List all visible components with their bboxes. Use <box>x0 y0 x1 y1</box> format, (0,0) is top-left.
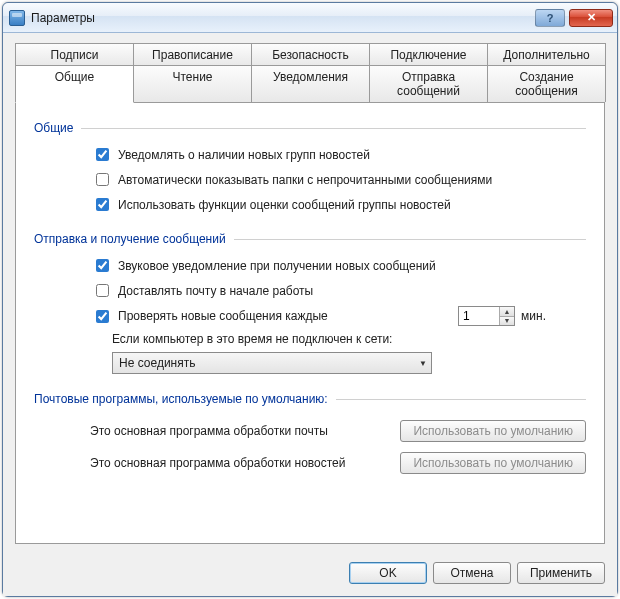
default-news-row: Это основная программа обработки новосте… <box>90 452 586 474</box>
apply-button[interactable]: Применить <box>517 562 605 584</box>
group-header-sendrecv: Отправка и получение сообщений <box>34 232 586 246</box>
default-mail-label: Это основная программа обработки почты <box>90 424 386 438</box>
divider <box>81 128 586 129</box>
window-title: Параметры <box>31 11 535 25</box>
group-title-sendrecv: Отправка и получение сообщений <box>34 232 226 246</box>
chk-use-rating[interactable] <box>96 198 109 211</box>
opt-check-every: Проверять новые сообщения каждые ▲ ▼ мин… <box>92 306 586 326</box>
divider <box>336 399 586 400</box>
dialog-content: Подписи Правописание Безопасность Подклю… <box>3 33 617 554</box>
cancel-button[interactable]: Отмена <box>433 562 511 584</box>
tab-signatures[interactable]: Подписи <box>15 43 134 66</box>
check-interval-wrap: ▲ ▼ мин. <box>458 306 546 326</box>
tab-send[interactable]: Отправка сообщений <box>369 65 488 102</box>
offline-combo-value: Не соединять <box>119 356 195 370</box>
close-button[interactable]: ✕ <box>569 9 613 27</box>
general-options: Уведомлять о наличии новых групп новосте… <box>92 145 586 214</box>
tab-connection[interactable]: Подключение <box>369 43 488 66</box>
tab-receipts[interactable]: Уведомления <box>251 65 370 102</box>
tab-advanced[interactable]: Дополнительно <box>487 43 606 66</box>
offline-label: Если компьютер в это время не подключен … <box>112 332 586 346</box>
opt-auto-show-unread[interactable]: Автоматически показывать папки с непрочи… <box>92 170 586 189</box>
lbl-sound-on-new: Звуковое уведомление при получении новых… <box>118 259 436 273</box>
tab-spelling[interactable]: Правописание <box>133 43 252 66</box>
default-news-button: Использовать по умолчанию <box>400 452 586 474</box>
tab-panel-general: Общие Уведомлять о наличии новых групп н… <box>15 102 605 544</box>
chk-check-every[interactable] <box>96 310 109 323</box>
lbl-check-every: Проверять новые сообщения каждые <box>118 309 328 323</box>
check-interval-unit: мин. <box>521 309 546 323</box>
tab-read[interactable]: Чтение <box>133 65 252 102</box>
opt-deliver-on-start[interactable]: Доставлять почту в начале работы <box>92 281 586 300</box>
opt-notify-groups[interactable]: Уведомлять о наличии новых групп новосте… <box>92 145 586 164</box>
check-interval-input[interactable] <box>459 307 499 325</box>
ok-button[interactable]: OK <box>349 562 427 584</box>
help-button[interactable]: ? <box>535 9 565 27</box>
tab-security[interactable]: Безопасность <box>251 43 370 66</box>
app-icon <box>9 10 25 26</box>
group-header-general: Общие <box>34 121 586 135</box>
divider <box>234 239 586 240</box>
lbl-notify-groups: Уведомлять о наличии новых групп новосте… <box>118 148 370 162</box>
opt-use-rating[interactable]: Использовать функции оценки сообщений гр… <box>92 195 586 214</box>
tab-compose[interactable]: Создание сообщения <box>487 65 606 102</box>
chevron-down-icon: ▼ <box>419 359 427 368</box>
options-dialog: Параметры ? ✕ Подписи Правописание Безоп… <box>2 2 618 597</box>
default-programs: Это основная программа обработки почты И… <box>34 420 586 474</box>
chk-deliver-on-start[interactable] <box>96 284 109 297</box>
spinner-up[interactable]: ▲ <box>500 307 514 317</box>
chk-auto-show-unread[interactable] <box>96 173 109 186</box>
spinner-down[interactable]: ▼ <box>500 317 514 326</box>
group-header-defaults: Почтовые программы, используемые по умол… <box>34 392 586 406</box>
lbl-deliver-on-start: Доставлять почту в начале работы <box>118 284 313 298</box>
lbl-use-rating: Использовать функции оценки сообщений гр… <box>118 198 451 212</box>
dialog-footer: OK Отмена Применить <box>3 554 617 596</box>
default-mail-row: Это основная программа обработки почты И… <box>90 420 586 442</box>
group-title-general: Общие <box>34 121 73 135</box>
group-title-defaults: Почтовые программы, используемые по умол… <box>34 392 328 406</box>
opt-sound-on-new[interactable]: Звуковое уведомление при получении новых… <box>92 256 586 275</box>
default-news-label: Это основная программа обработки новосте… <box>90 456 386 470</box>
window-buttons: ? ✕ <box>535 9 613 27</box>
sendrecv-options: Звуковое уведомление при получении новых… <box>92 256 586 374</box>
check-interval-spinner[interactable]: ▲ ▼ <box>458 306 515 326</box>
tab-row-1: Подписи Правописание Безопасность Подклю… <box>15 43 605 66</box>
tab-general[interactable]: Общие <box>15 65 134 103</box>
tab-row-2: Общие Чтение Уведомления Отправка сообще… <box>15 65 605 102</box>
chk-notify-groups[interactable] <box>96 148 109 161</box>
default-mail-button: Использовать по умолчанию <box>400 420 586 442</box>
titlebar[interactable]: Параметры ? ✕ <box>3 3 617 33</box>
chk-sound-on-new[interactable] <box>96 259 109 272</box>
lbl-auto-show-unread: Автоматически показывать папки с непрочи… <box>118 173 492 187</box>
offline-combo[interactable]: Не соединять ▼ <box>112 352 432 374</box>
